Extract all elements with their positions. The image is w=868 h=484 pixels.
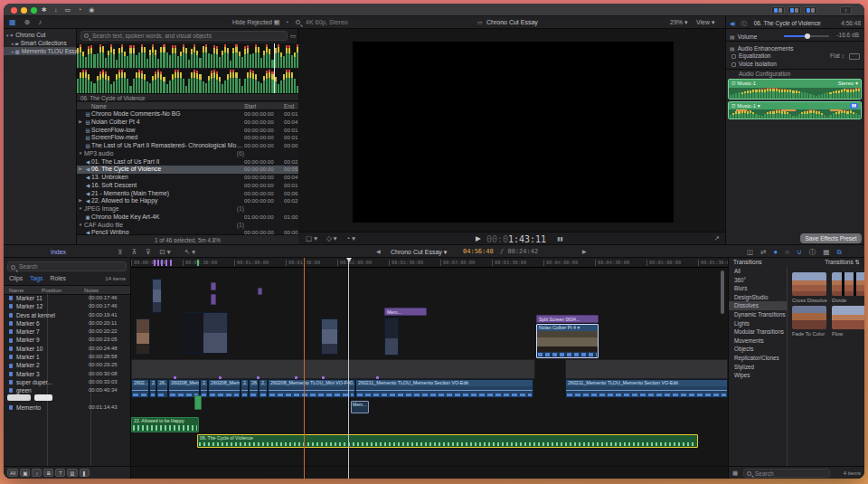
volume-value[interactable]: -16.6 dB bbox=[836, 31, 859, 40]
skimmer-playline[interactable] bbox=[304, 258, 305, 479]
ruler-marker-tick[interactable] bbox=[165, 260, 167, 266]
transitions-category[interactable]: Objects bbox=[729, 345, 787, 354]
timeline-option-icon[interactable]: ● bbox=[773, 245, 778, 259]
browser-row[interactable]: ▶ 06. The Cycle of Violence 00:00:00:000… bbox=[77, 166, 298, 174]
previous-project-icon[interactable]: ◀ bbox=[376, 245, 381, 259]
storyline-audio-clip[interactable]: 26... bbox=[249, 379, 259, 398]
transitions-category[interactable]: DesignStudio bbox=[729, 293, 787, 302]
timeline-option-icon[interactable]: ⧉ bbox=[836, 245, 841, 259]
browser-column-header[interactable]: Name Start End bbox=[77, 102, 298, 110]
titlebar-utility-icon[interactable]: ✱ bbox=[42, 5, 47, 14]
timeline-option-icon[interactable]: ∪ bbox=[797, 245, 802, 259]
connected-clip[interactable] bbox=[384, 318, 399, 356]
audio-clip-allowed-to-be-happy[interactable]: 22. Allowed to be Happy bbox=[131, 417, 199, 432]
index-filter-button[interactable]: ▥ bbox=[67, 469, 77, 477]
clip-appearance-icon[interactable]: ▦ bbox=[274, 16, 280, 29]
index-filter-button[interactable]: ♪ bbox=[32, 469, 42, 477]
title-clip[interactable] bbox=[211, 282, 216, 290]
viewer-tool-menu[interactable]: ◔ ▾ bbox=[346, 233, 355, 245]
index-filter-button[interactable]: ⊞ bbox=[43, 469, 53, 477]
transitions-category[interactable]: Replicator/Clones bbox=[729, 354, 787, 363]
edit-action-icon[interactable]: ⊼ bbox=[132, 245, 137, 259]
titlebar-utility-icon[interactable]: ↓ bbox=[54, 5, 58, 14]
index-tab[interactable]: Clips bbox=[9, 274, 23, 283]
library-item[interactable]: ▸▦Memento TLOU Essay bbox=[4, 47, 76, 55]
timeline-toggle-button[interactable] bbox=[788, 6, 801, 14]
transitions-header[interactable]: Transitions ⇅ bbox=[825, 259, 860, 266]
transitions-category[interactable]: Wipes bbox=[729, 371, 787, 380]
marker-row[interactable]: Marker 10 00:00:24:48 bbox=[4, 345, 131, 353]
audio-enhancements-label[interactable]: Audio Enhancements bbox=[738, 45, 794, 52]
disclosure-icon[interactable]: ▾ bbox=[6, 33, 9, 38]
play-button[interactable]: ▶ bbox=[476, 233, 481, 245]
disclosure-icon[interactable]: ▸ bbox=[12, 49, 14, 54]
viewer-tool-menu[interactable]: ▢ ▾ bbox=[306, 233, 317, 245]
tool-menu[interactable]: ↖ ▾ bbox=[184, 245, 195, 259]
browser-row[interactable]: ▶ 22. Allowed to be Happy 00:00:00:0000:… bbox=[77, 197, 298, 205]
marker-row[interactable]: Marker 2 00:00:29:25 bbox=[4, 361, 131, 369]
browser-row[interactable]: The Last of Us Part II Remastered- Chron… bbox=[77, 142, 298, 150]
next-project-icon[interactable]: ▶ bbox=[582, 245, 587, 259]
hide-rejected-filter[interactable]: Hide Rejected ▾ bbox=[232, 16, 277, 29]
filmstrip-waveform-row2[interactable] bbox=[77, 69, 298, 93]
playhead[interactable] bbox=[348, 258, 349, 479]
transitions-category[interactable]: Blurs bbox=[729, 284, 787, 293]
disclosure-icon[interactable]: ▼ bbox=[77, 222, 84, 230]
marker-row[interactable]: Marker 11 00:00:17:46 bbox=[4, 294, 131, 302]
transition-thumb-divide[interactable] bbox=[832, 272, 864, 296]
filmstrip-playhead[interactable] bbox=[274, 43, 275, 93]
clip-marker-dot[interactable] bbox=[219, 376, 222, 379]
storyline-audio-clip[interactable]: 260211_Memento TLOU_Memento Section VO-E… bbox=[565, 379, 728, 398]
disclosure-icon[interactable]: ▶ bbox=[77, 197, 84, 205]
marker-row[interactable]: Marker 1 00:00:28:58 bbox=[4, 353, 131, 361]
titlebar-utility-icon[interactable]: ◉ bbox=[89, 5, 94, 14]
audio-channel-music1-b[interactable]: ☑ Music-1 ▾ ▮▮ bbox=[728, 101, 862, 119]
marker-edit-field[interactable] bbox=[7, 394, 31, 401]
browser-row[interactable]: ScreenFlow-low 00:00:00:0000:01 bbox=[77, 127, 298, 135]
index-tab[interactable]: Roles bbox=[50, 274, 65, 283]
edit-action-icon[interactable]: ⊡ ▾ bbox=[160, 245, 171, 259]
fullscreen-icon[interactable]: ↗ bbox=[714, 233, 720, 245]
viewer-view-menu[interactable]: View ▾ bbox=[696, 16, 715, 29]
storyline-audio-clip[interactable]: 2... bbox=[241, 379, 249, 398]
ruler-marker-tick[interactable] bbox=[197, 260, 199, 266]
storyline-audio-clip[interactable]: 260208_Mem... bbox=[208, 379, 241, 398]
media-sidebar-icon[interactable]: ♪ bbox=[38, 16, 42, 29]
close-window-button[interactable] bbox=[11, 7, 17, 14]
clip-marker-dot[interactable] bbox=[295, 376, 297, 379]
storyline-audio-clip[interactable]: 2... bbox=[149, 379, 156, 398]
browser-search-input[interactable] bbox=[80, 31, 288, 41]
storyline-audio-clip[interactable]: 260208_Memento TLOU_Mini VO-F40... bbox=[268, 379, 355, 398]
browser-row[interactable]: 21 - Memento (Main Theme) 00:00:00:0000:… bbox=[77, 190, 298, 198]
marker-row[interactable]: Marker 3 00:00:30:08 bbox=[4, 370, 131, 378]
titlebar-utility-icon[interactable]: ▭ bbox=[64, 5, 71, 14]
marker-row[interactable]: Devs at kennel 00:00:19:41 bbox=[4, 311, 131, 319]
edit-action-icon[interactable]: ⊻ bbox=[118, 245, 123, 259]
timeline-option-icon[interactable]: ◫ bbox=[747, 245, 753, 259]
disclosure-icon[interactable]: ▶ bbox=[77, 166, 84, 174]
browser-row[interactable]: 01. The Last of Us Part II 00:00:00:0000… bbox=[77, 158, 298, 166]
disclosure-icon[interactable]: ▸ bbox=[12, 41, 14, 46]
disclosure-icon[interactable]: ▼ bbox=[77, 150, 84, 158]
index-filter-button[interactable]: T bbox=[55, 469, 65, 477]
transitions-category[interactable]: Dissolves bbox=[729, 301, 787, 310]
index-button[interactable]: Index bbox=[51, 245, 66, 259]
connected-clip[interactable] bbox=[152, 279, 162, 313]
transitions-category[interactable]: Modular Transitions bbox=[729, 327, 787, 337]
media-sidebar-icon[interactable]: ⊕ bbox=[24, 16, 31, 29]
browser-toggle-button[interactable] bbox=[771, 6, 785, 14]
timeline-ruler[interactable]: 00:00:00:0000:00:30:0000:01:00:0000:01:3… bbox=[131, 258, 728, 268]
channel-mode-menu[interactable]: Stereo ▾ bbox=[838, 80, 858, 88]
ruler-marker-tick[interactable] bbox=[170, 260, 172, 266]
marker-edit-button[interactable] bbox=[34, 394, 52, 401]
title-clip[interactable]: Mem... bbox=[384, 308, 427, 316]
index-filter-button[interactable]: All bbox=[7, 469, 18, 477]
browser-row[interactable]: ▼ MP3 audio(6) bbox=[77, 150, 298, 158]
browser-row[interactable]: ▼ JPEG Image(1) bbox=[77, 205, 298, 214]
viewer-zoom-menu[interactable]: 29% ▾ bbox=[670, 16, 687, 29]
timeline-project-menu[interactable]: Chrono Cut Essay ▾ bbox=[391, 245, 447, 259]
disclosure-icon[interactable]: ▶ bbox=[77, 119, 84, 127]
storyline-audio-clip[interactable]: 260211_Memento TLOU_Memento Section VO-E… bbox=[355, 379, 533, 398]
browser-row[interactable]: 16. Soft Descent 00:00:00:0000:01 bbox=[77, 182, 298, 190]
clip-marker-dot[interactable] bbox=[376, 376, 379, 379]
